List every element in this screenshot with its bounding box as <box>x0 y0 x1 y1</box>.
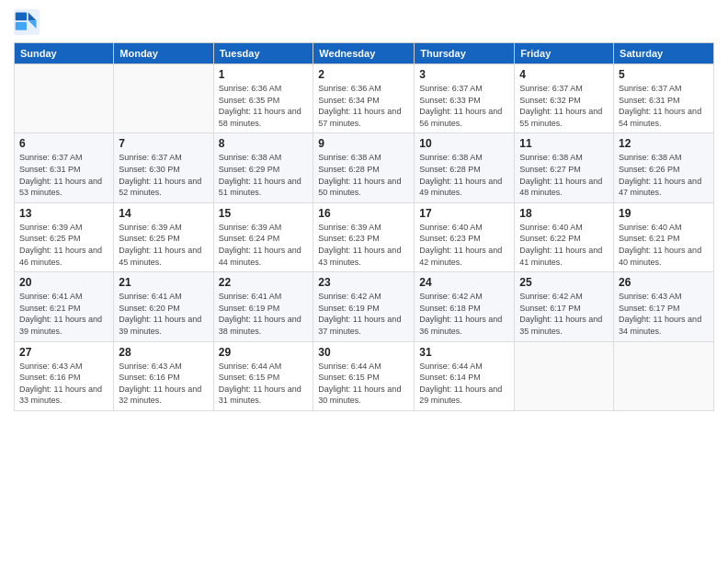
day-number: 16 <box>318 207 409 220</box>
day-number: 10 <box>419 137 509 150</box>
calendar-header-saturday: Saturday <box>614 43 714 64</box>
calendar-cell: 19Sunrise: 6:40 AM Sunset: 6:21 PM Dayli… <box>614 202 714 271</box>
calendar-cell <box>15 64 114 133</box>
day-number: 14 <box>119 207 208 220</box>
day-number: 27 <box>19 346 108 359</box>
calendar-header-wednesday: Wednesday <box>313 43 415 64</box>
day-info: Sunrise: 6:43 AM Sunset: 6:16 PM Dayligh… <box>119 361 208 407</box>
day-info: Sunrise: 6:43 AM Sunset: 6:17 PM Dayligh… <box>619 291 709 337</box>
calendar-header-row: SundayMondayTuesdayWednesdayThursdayFrid… <box>15 43 714 64</box>
calendar-cell: 26Sunrise: 6:43 AM Sunset: 6:17 PM Dayli… <box>614 272 714 341</box>
day-info: Sunrise: 6:37 AM Sunset: 6:30 PM Dayligh… <box>119 152 208 198</box>
day-number: 20 <box>19 276 108 289</box>
day-number: 5 <box>619 68 709 81</box>
day-info: Sunrise: 6:38 AM Sunset: 6:26 PM Dayligh… <box>619 152 709 198</box>
day-info: Sunrise: 6:42 AM Sunset: 6:19 PM Dayligh… <box>318 291 409 337</box>
calendar-cell: 22Sunrise: 6:41 AM Sunset: 6:19 PM Dayli… <box>213 272 313 341</box>
svg-rect-3 <box>16 13 27 21</box>
calendar-cell: 10Sunrise: 6:38 AM Sunset: 6:28 PM Dayli… <box>415 133 515 202</box>
calendar-cell: 31Sunrise: 6:44 AM Sunset: 6:14 PM Dayli… <box>415 341 515 410</box>
calendar-cell: 4Sunrise: 6:37 AM Sunset: 6:32 PM Daylig… <box>515 64 614 133</box>
calendar-week-row: 1Sunrise: 6:36 AM Sunset: 6:35 PM Daylig… <box>15 64 714 133</box>
day-info: Sunrise: 6:39 AM Sunset: 6:25 PM Dayligh… <box>119 222 208 268</box>
day-number: 8 <box>219 137 309 150</box>
day-number: 17 <box>419 207 509 220</box>
logo <box>14 9 41 35</box>
day-info: Sunrise: 6:40 AM Sunset: 6:22 PM Dayligh… <box>519 222 609 268</box>
calendar-week-row: 6Sunrise: 6:37 AM Sunset: 6:31 PM Daylig… <box>15 133 714 202</box>
day-info: Sunrise: 6:38 AM Sunset: 6:27 PM Dayligh… <box>519 152 609 198</box>
day-number: 4 <box>519 68 609 81</box>
day-number: 23 <box>318 276 409 289</box>
day-number: 19 <box>619 207 709 220</box>
day-number: 25 <box>519 276 609 289</box>
day-number: 6 <box>19 137 108 150</box>
day-info: Sunrise: 6:40 AM Sunset: 6:23 PM Dayligh… <box>419 222 509 268</box>
day-number: 31 <box>419 346 509 359</box>
calendar-cell: 7Sunrise: 6:37 AM Sunset: 6:30 PM Daylig… <box>114 133 213 202</box>
calendar-cell: 20Sunrise: 6:41 AM Sunset: 6:21 PM Dayli… <box>15 272 114 341</box>
day-info: Sunrise: 6:42 AM Sunset: 6:17 PM Dayligh… <box>519 291 609 337</box>
day-number: 13 <box>19 207 108 220</box>
calendar-cell: 29Sunrise: 6:44 AM Sunset: 6:15 PM Dayli… <box>213 341 313 410</box>
day-info: Sunrise: 6:37 AM Sunset: 6:31 PM Dayligh… <box>19 152 108 198</box>
day-number: 29 <box>219 346 309 359</box>
calendar-header-sunday: Sunday <box>15 43 114 64</box>
day-info: Sunrise: 6:38 AM Sunset: 6:28 PM Dayligh… <box>318 152 409 198</box>
day-number: 24 <box>419 276 509 289</box>
day-number: 1 <box>219 68 309 81</box>
day-info: Sunrise: 6:39 AM Sunset: 6:23 PM Dayligh… <box>318 222 409 268</box>
calendar-cell: 12Sunrise: 6:38 AM Sunset: 6:26 PM Dayli… <box>614 133 714 202</box>
day-info: Sunrise: 6:37 AM Sunset: 6:33 PM Dayligh… <box>419 83 509 129</box>
calendar-cell: 24Sunrise: 6:42 AM Sunset: 6:18 PM Dayli… <box>415 272 515 341</box>
day-info: Sunrise: 6:36 AM Sunset: 6:34 PM Dayligh… <box>318 83 409 129</box>
calendar-week-row: 27Sunrise: 6:43 AM Sunset: 6:16 PM Dayli… <box>15 341 714 410</box>
page: SundayMondayTuesdayWednesdayThursdayFrid… <box>0 0 728 563</box>
header <box>14 9 714 35</box>
day-number: 11 <box>519 137 609 150</box>
calendar-cell: 17Sunrise: 6:40 AM Sunset: 6:23 PM Dayli… <box>415 202 515 271</box>
calendar-cell: 9Sunrise: 6:38 AM Sunset: 6:28 PM Daylig… <box>313 133 415 202</box>
calendar-cell: 23Sunrise: 6:42 AM Sunset: 6:19 PM Dayli… <box>313 272 415 341</box>
calendar-header-thursday: Thursday <box>415 43 515 64</box>
calendar-table: SundayMondayTuesdayWednesdayThursdayFrid… <box>14 42 714 411</box>
calendar-cell: 1Sunrise: 6:36 AM Sunset: 6:35 PM Daylig… <box>213 64 313 133</box>
calendar-cell: 15Sunrise: 6:39 AM Sunset: 6:24 PM Dayli… <box>213 202 313 271</box>
calendar-cell: 8Sunrise: 6:38 AM Sunset: 6:29 PM Daylig… <box>213 133 313 202</box>
day-info: Sunrise: 6:44 AM Sunset: 6:15 PM Dayligh… <box>318 361 409 407</box>
day-number: 9 <box>318 137 409 150</box>
calendar-cell: 13Sunrise: 6:39 AM Sunset: 6:25 PM Dayli… <box>15 202 114 271</box>
day-info: Sunrise: 6:38 AM Sunset: 6:29 PM Dayligh… <box>219 152 309 198</box>
day-info: Sunrise: 6:39 AM Sunset: 6:24 PM Dayligh… <box>219 222 309 268</box>
day-number: 18 <box>519 207 609 220</box>
day-info: Sunrise: 6:37 AM Sunset: 6:32 PM Dayligh… <box>519 83 609 129</box>
day-number: 26 <box>619 276 709 289</box>
logo-icon <box>14 9 40 35</box>
calendar-week-row: 20Sunrise: 6:41 AM Sunset: 6:21 PM Dayli… <box>15 272 714 341</box>
day-number: 3 <box>419 68 509 81</box>
calendar-cell: 18Sunrise: 6:40 AM Sunset: 6:22 PM Dayli… <box>515 202 614 271</box>
calendar-header-friday: Friday <box>515 43 614 64</box>
calendar-cell <box>114 64 213 133</box>
calendar-cell <box>614 341 714 410</box>
day-number: 28 <box>119 346 208 359</box>
calendar-cell: 30Sunrise: 6:44 AM Sunset: 6:15 PM Dayli… <box>313 341 415 410</box>
calendar-cell <box>515 341 614 410</box>
day-info: Sunrise: 6:44 AM Sunset: 6:15 PM Dayligh… <box>219 361 309 407</box>
calendar-cell: 21Sunrise: 6:41 AM Sunset: 6:20 PM Dayli… <box>114 272 213 341</box>
calendar-cell: 5Sunrise: 6:37 AM Sunset: 6:31 PM Daylig… <box>614 64 714 133</box>
calendar-week-row: 13Sunrise: 6:39 AM Sunset: 6:25 PM Dayli… <box>15 202 714 271</box>
day-number: 15 <box>219 207 309 220</box>
day-info: Sunrise: 6:41 AM Sunset: 6:20 PM Dayligh… <box>119 291 208 337</box>
day-info: Sunrise: 6:38 AM Sunset: 6:28 PM Dayligh… <box>419 152 509 198</box>
day-number: 21 <box>119 276 208 289</box>
calendar-cell: 25Sunrise: 6:42 AM Sunset: 6:17 PM Dayli… <box>515 272 614 341</box>
day-info: Sunrise: 6:42 AM Sunset: 6:18 PM Dayligh… <box>419 291 509 337</box>
day-number: 22 <box>219 276 309 289</box>
calendar-cell: 2Sunrise: 6:36 AM Sunset: 6:34 PM Daylig… <box>313 64 415 133</box>
day-info: Sunrise: 6:37 AM Sunset: 6:31 PM Dayligh… <box>619 83 709 129</box>
svg-rect-4 <box>16 22 27 30</box>
day-info: Sunrise: 6:40 AM Sunset: 6:21 PM Dayligh… <box>619 222 709 268</box>
day-info: Sunrise: 6:43 AM Sunset: 6:16 PM Dayligh… <box>19 361 108 407</box>
day-number: 12 <box>619 137 709 150</box>
